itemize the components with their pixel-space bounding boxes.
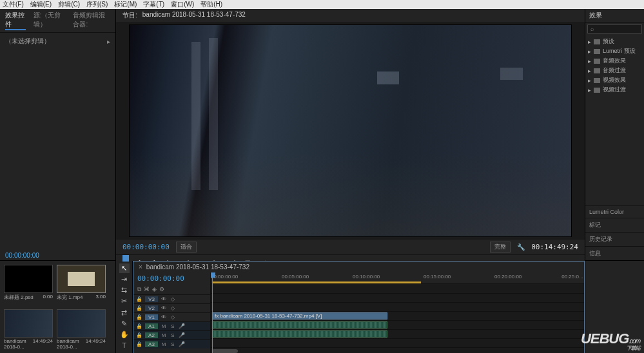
selection-tool[interactable]: ↖ xyxy=(119,263,130,273)
resolution-dropdown[interactable]: 完整 xyxy=(490,242,511,253)
lock-icon[interactable]: 🔒 xyxy=(136,341,142,347)
menu-clip[interactable]: 剪辑(C) xyxy=(58,0,80,9)
mute-button[interactable]: M xyxy=(161,323,167,330)
work-area-bar[interactable] xyxy=(212,281,421,283)
tab-markers[interactable]: 标记 xyxy=(585,218,644,232)
track-lane-v2[interactable] xyxy=(211,302,584,311)
toggle-output-icon[interactable]: 👁 xyxy=(161,314,167,321)
menu-marker[interactable]: 标记(M) xyxy=(114,0,137,9)
lock-icon[interactable]: 🔒 xyxy=(136,305,142,311)
track-lane-a3[interactable] xyxy=(211,338,584,347)
project-item[interactable]: bandicam 2018-0...14:49:24 xyxy=(57,309,106,350)
timeline-zoom-scroll[interactable] xyxy=(211,347,584,353)
effects-folder-video-trans[interactable]: ▸视频过渡 xyxy=(588,85,641,95)
snap-toggle-icon[interactable]: ⧉ xyxy=(137,286,141,293)
wrench-icon[interactable]: 🔧 xyxy=(517,243,525,251)
track-lane-v1[interactable]: fx bandicam 2018-05-31 18-53-47-732.mp4 … xyxy=(211,311,584,320)
ripple-edit-tool[interactable]: ⇆ xyxy=(119,285,130,295)
track-lane-a1[interactable] xyxy=(211,320,584,329)
timeline-playhead[interactable] xyxy=(212,272,213,353)
marker-toggle-icon[interactable]: ◈ xyxy=(152,286,157,293)
track-header-a1[interactable]: 🔒A1MS🎤 xyxy=(133,321,210,330)
program-scrubber[interactable] xyxy=(116,254,585,255)
voiceover-icon[interactable]: 🎤 xyxy=(179,332,185,339)
type-tool[interactable]: T xyxy=(119,341,130,350)
tab-info[interactable]: 信息 xyxy=(585,246,644,260)
bottom-area: 未标题 2.psd0:00 未完 1.mp43:00 bandicam 2018… xyxy=(0,260,644,353)
program-playhead-icon[interactable] xyxy=(122,255,129,262)
track-header-v2[interactable]: 🔒V2👁◇ xyxy=(133,303,210,312)
video-clip[interactable]: fx bandicam 2018-05-31 18-53-47-732.mp4 … xyxy=(212,312,387,320)
mute-button[interactable]: M xyxy=(161,332,167,339)
menu-sequence[interactable]: 序列(S) xyxy=(86,0,108,9)
track-select-tool[interactable]: ⇥ xyxy=(119,274,130,284)
lock-icon[interactable]: 🔒 xyxy=(136,314,142,320)
tab-audio-mixer[interactable]: 音频剪辑混合器: xyxy=(73,11,110,30)
no-clip-selected-label: （未选择剪辑） xyxy=(5,37,50,46)
tab-source-none[interactable]: 源:（无剪辑） xyxy=(34,11,66,30)
settings-icon[interactable]: ⚙ xyxy=(159,286,164,293)
timeline-tracks-area[interactable]: 00:00:00:00 00:05:00:00 00:10:00:00 00:1… xyxy=(211,272,584,353)
effects-folder-audio-fx[interactable]: ▸音频效果 xyxy=(588,56,641,66)
program-monitor-panel: 节目: bandicam 2018-05-31 18-53-47-732 00:… xyxy=(116,9,585,260)
project-item[interactable]: 未完 1.mp43:00 xyxy=(57,265,106,301)
voiceover-icon[interactable]: 🎤 xyxy=(179,341,185,348)
track-header-v3[interactable]: 🔒V3👁◇ xyxy=(133,294,210,303)
audio-clip[interactable] xyxy=(212,321,387,329)
track-lane-a2[interactable] xyxy=(211,329,584,338)
razor-tool[interactable]: ✂ xyxy=(119,296,130,306)
track-header-a3[interactable]: 🔒A3MS🎤 xyxy=(133,339,210,348)
hand-tool[interactable]: ✋ xyxy=(119,330,130,339)
thumbnail xyxy=(57,265,106,293)
solo-button[interactable]: S xyxy=(170,341,176,348)
solo-button[interactable]: S xyxy=(170,332,176,339)
effects-folder-audio-trans[interactable]: ▸音频过渡 xyxy=(588,66,641,75)
effects-folder-presets[interactable]: ▸预设 xyxy=(588,37,641,46)
thumbnail xyxy=(4,265,53,293)
timeline-timecode[interactable]: 00:00:00:00 xyxy=(133,272,210,285)
effects-folder-video-fx[interactable]: ▸视频效果 xyxy=(588,75,641,85)
track-header-v1[interactable]: 🔒V1👁◇ xyxy=(133,312,210,321)
tab-effect-controls[interactable]: 效果控件 xyxy=(5,11,26,30)
watermark: UEBUG.com 下载站 xyxy=(581,330,640,352)
program-monitor-viewport[interactable] xyxy=(116,22,585,240)
menu-window[interactable]: 窗口(W) xyxy=(171,0,194,9)
lock-icon[interactable]: 🔒 xyxy=(136,296,142,302)
toggle-output-icon[interactable]: 👁 xyxy=(161,296,167,303)
program-monitor-footer: 00:00:00:00 适合 完整 🔧 00:14:49:24 xyxy=(116,240,585,254)
audio-clip[interactable] xyxy=(212,330,387,338)
program-label: 节目: xyxy=(122,11,137,20)
link-toggle-icon[interactable]: ⌘ xyxy=(144,286,150,293)
track-lane-v3[interactable] xyxy=(211,293,584,302)
mute-button[interactable]: M xyxy=(161,341,167,348)
close-icon[interactable]: × xyxy=(139,263,142,271)
pen-tool[interactable]: ✎ xyxy=(119,319,130,329)
effects-search-input[interactable]: ⌕ xyxy=(587,24,642,33)
menu-help[interactable]: 帮助(H) xyxy=(200,0,222,9)
zoom-fit-dropdown[interactable]: 适合 xyxy=(176,242,197,253)
lock-icon[interactable]: 🔒 xyxy=(136,332,142,338)
solo-button[interactable]: S xyxy=(170,323,176,330)
thumbnail xyxy=(4,309,53,338)
program-timecode-current[interactable]: 00:00:00:00 xyxy=(122,243,170,251)
tab-history[interactable]: 历史记录 xyxy=(585,232,644,246)
menu-subtitle[interactable]: 字幕(T) xyxy=(143,0,164,9)
slip-tool[interactable]: ⇄ xyxy=(119,308,130,318)
effects-panel: 效果 ⌕ ▸预设 ▸Lumetri 预设 ▸音频效果 ▸音频过渡 ▸视频效果 ▸… xyxy=(585,9,644,260)
chevron-right-icon[interactable]: ▸ xyxy=(107,38,110,45)
source-timecode[interactable]: 00:00:00:00 xyxy=(0,251,115,260)
lock-icon[interactable]: 🔒 xyxy=(136,323,142,329)
toggle-output-icon[interactable]: 👁 xyxy=(161,305,167,312)
voiceover-icon[interactable]: 🎤 xyxy=(179,323,185,330)
track-header-a2[interactable]: 🔒A2MS🎤 xyxy=(133,330,210,339)
project-item[interactable]: bandicam 2018-0...14:49:24 xyxy=(4,309,53,350)
effects-folder-lumetri[interactable]: ▸Lumetri 预设 xyxy=(588,46,641,56)
timeline-ruler[interactable]: 00:00:00:00 00:05:00:00 00:10:00:00 00:1… xyxy=(211,272,584,284)
tab-lumetri-color[interactable]: Lumetri Color xyxy=(585,205,644,218)
video-preview-frame xyxy=(129,24,572,237)
menu-edit[interactable]: 编辑(E) xyxy=(30,0,52,9)
scroll-thumb[interactable] xyxy=(212,349,238,353)
project-item[interactable]: 未标题 2.psd0:00 xyxy=(4,265,53,301)
folder-icon xyxy=(594,49,600,54)
menu-file[interactable]: 文件(F) xyxy=(3,0,24,9)
